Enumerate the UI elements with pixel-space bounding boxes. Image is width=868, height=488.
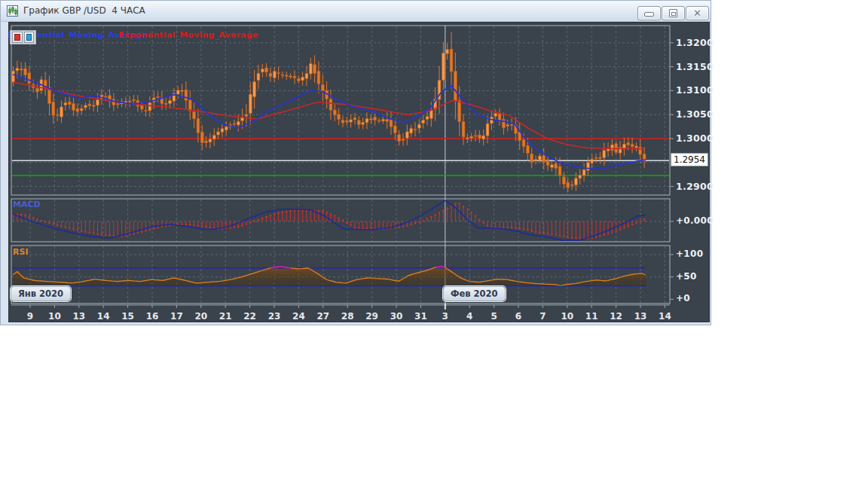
time-axis-label: 9 bbox=[27, 311, 33, 322]
time-axis-label: 5 bbox=[491, 311, 497, 322]
time-axis-label: 23 bbox=[268, 311, 281, 322]
chart-window: График GBP /USD 4 ЧАСА ✕ Exponential_Mov… bbox=[0, 0, 711, 325]
rsi-fill bbox=[13, 267, 646, 285]
price-scale-label: 1.3050 bbox=[676, 108, 714, 120]
price-scale-label: 1.3150 bbox=[676, 61, 714, 72]
time-axis-label: 29 bbox=[365, 311, 378, 322]
panel-border bbox=[11, 26, 670, 195]
price-scale-label: 1.3100 bbox=[676, 84, 714, 96]
indicator-scale-label: +50 bbox=[676, 271, 697, 282]
time-axis-label: 20 bbox=[194, 311, 207, 322]
month-label-jan: Янв 2020 bbox=[11, 286, 71, 301]
red-series-button[interactable] bbox=[12, 32, 23, 43]
time-axis-label: 21 bbox=[219, 311, 232, 322]
chart-canvas[interactable] bbox=[1, 1, 712, 326]
indicator-scale-label: +0.000 bbox=[676, 215, 714, 226]
current-price-badge: 1.2954 bbox=[671, 153, 708, 166]
time-axis-label: 14 bbox=[659, 311, 671, 322]
rsi-label: RSI bbox=[13, 247, 29, 257]
time-axis-label: 6 bbox=[515, 311, 521, 322]
price-scale-label: 1.2900 bbox=[676, 181, 714, 192]
time-axis-label: 30 bbox=[390, 311, 403, 322]
indicator-scale-label: +0 bbox=[676, 293, 690, 303]
time-axis-label: 4 bbox=[466, 311, 472, 322]
time-axis-label: 7 bbox=[539, 311, 546, 322]
macd-label: MACD bbox=[13, 200, 41, 209]
time-axis-label: 13 bbox=[634, 311, 647, 322]
macd-series bbox=[12, 203, 645, 239]
price-scale-label: 1.3000 bbox=[676, 133, 714, 144]
rsi-overbought-segment bbox=[436, 267, 445, 267]
blue-series-button[interactable] bbox=[24, 32, 35, 43]
indicator-scale-label: +100 bbox=[676, 249, 703, 259]
time-axis-label: 14 bbox=[97, 311, 110, 322]
legend-buttons-panel bbox=[10, 30, 36, 44]
time-axis-label: 10 bbox=[48, 311, 61, 322]
price-scale-label: 1.3200 bbox=[676, 37, 714, 48]
time-axis-label: 3 bbox=[442, 311, 448, 322]
candlestick-series bbox=[12, 32, 646, 192]
time-axis-label: 17 bbox=[170, 311, 183, 322]
month-label-feb: Фев 2020 bbox=[443, 286, 506, 301]
panel-border bbox=[11, 246, 670, 303]
ma-blue-line bbox=[13, 75, 646, 169]
time-axis-label: 27 bbox=[316, 311, 329, 322]
time-axis-label: 16 bbox=[146, 311, 159, 322]
time-axis-label: 10 bbox=[561, 311, 573, 322]
time-axis-label: 31 bbox=[414, 311, 427, 322]
grid bbox=[12, 26, 669, 303]
legend-ema-label: Exponential_Moving_Average bbox=[118, 30, 258, 40]
time-axis-label: 15 bbox=[121, 311, 134, 322]
time-axis-label: 22 bbox=[243, 311, 256, 322]
time-axis-label: 13 bbox=[72, 311, 85, 322]
time-axis-label: 24 bbox=[292, 311, 305, 322]
desktop: График GBP /USD 4 ЧАСА ✕ Exponential_Mov… bbox=[0, 0, 868, 488]
time-axis-label: 12 bbox=[610, 311, 622, 322]
macd-line bbox=[13, 201, 646, 240]
time-axis-label: 11 bbox=[585, 311, 598, 322]
time-axis-label: 28 bbox=[341, 311, 354, 322]
